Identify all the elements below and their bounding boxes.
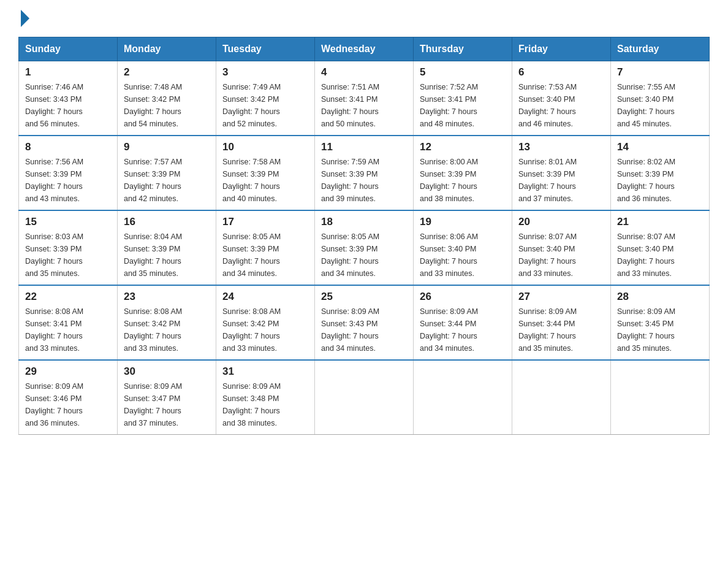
calendar-week-row: 29 Sunrise: 8:09 AMSunset: 3:46 PMDaylig… [19, 360, 710, 435]
day-info: Sunrise: 8:05 AMSunset: 3:39 PMDaylight:… [321, 232, 379, 278]
day-number: 13 [518, 141, 604, 153]
day-number: 23 [124, 291, 210, 303]
day-info: Sunrise: 7:51 AMSunset: 3:41 PMDaylight:… [321, 83, 379, 128]
calendar-cell: 9 Sunrise: 7:57 AMSunset: 3:39 PMDayligh… [118, 136, 216, 210]
day-number: 29 [25, 366, 111, 378]
calendar-cell: 18 Sunrise: 8:05 AMSunset: 3:39 PMDaylig… [315, 210, 414, 285]
day-info: Sunrise: 8:07 AMSunset: 3:40 PMDaylight:… [518, 232, 577, 278]
calendar-cell: 8 Sunrise: 7:56 AMSunset: 3:39 PMDayligh… [19, 136, 118, 210]
day-info: Sunrise: 8:09 AMSunset: 3:45 PMDaylight:… [617, 307, 675, 353]
day-of-week-header: Saturday [611, 37, 710, 61]
calendar-table: SundayMondayTuesdayWednesdayThursdayFrid… [18, 37, 710, 435]
logo-arrow-icon [21, 10, 29, 27]
day-of-week-header: Tuesday [216, 37, 315, 61]
calendar-cell [512, 360, 611, 435]
day-number: 19 [420, 216, 506, 228]
day-number: 7 [617, 66, 703, 79]
day-number: 1 [25, 66, 111, 79]
calendar-cell: 15 Sunrise: 8:03 AMSunset: 3:39 PMDaylig… [19, 210, 118, 285]
day-info: Sunrise: 8:09 AMSunset: 3:44 PMDaylight:… [420, 307, 478, 353]
calendar-cell: 16 Sunrise: 8:04 AMSunset: 3:39 PMDaylig… [118, 210, 216, 285]
day-info: Sunrise: 8:03 AMSunset: 3:39 PMDaylight:… [25, 232, 83, 278]
day-of-week-header: Friday [512, 37, 611, 61]
day-number: 27 [518, 291, 604, 303]
day-number: 20 [518, 216, 604, 228]
day-info: Sunrise: 7:55 AMSunset: 3:40 PMDaylight:… [617, 83, 675, 128]
calendar-cell: 24 Sunrise: 8:08 AMSunset: 3:42 PMDaylig… [216, 285, 315, 360]
day-info: Sunrise: 8:02 AMSunset: 3:39 PMDaylight:… [617, 158, 675, 203]
calendar-cell: 26 Sunrise: 8:09 AMSunset: 3:44 PMDaylig… [414, 285, 512, 360]
day-info: Sunrise: 8:09 AMSunset: 3:48 PMDaylight:… [222, 382, 281, 427]
calendar-cell: 29 Sunrise: 8:09 AMSunset: 3:46 PMDaylig… [19, 360, 118, 435]
logo [18, 12, 29, 25]
day-of-week-header: Monday [118, 37, 216, 61]
day-info: Sunrise: 8:04 AMSunset: 3:39 PMDaylight:… [124, 232, 182, 278]
calendar-cell: 2 Sunrise: 7:48 AMSunset: 3:42 PMDayligh… [118, 61, 216, 136]
calendar-week-row: 8 Sunrise: 7:56 AMSunset: 3:39 PMDayligh… [19, 136, 710, 210]
calendar-cell [414, 360, 512, 435]
day-number: 25 [321, 291, 407, 303]
calendar-cell: 20 Sunrise: 8:07 AMSunset: 3:40 PMDaylig… [512, 210, 611, 285]
calendar-cell: 6 Sunrise: 7:53 AMSunset: 3:40 PMDayligh… [512, 61, 611, 136]
day-info: Sunrise: 8:00 AMSunset: 3:39 PMDaylight:… [420, 158, 478, 203]
calendar-week-row: 1 Sunrise: 7:46 AMSunset: 3:43 PMDayligh… [19, 61, 710, 136]
calendar-cell: 1 Sunrise: 7:46 AMSunset: 3:43 PMDayligh… [19, 61, 118, 136]
day-of-week-header: Thursday [414, 37, 512, 61]
day-info: Sunrise: 7:56 AMSunset: 3:39 PMDaylight:… [25, 158, 83, 203]
calendar-cell: 11 Sunrise: 7:59 AMSunset: 3:39 PMDaylig… [315, 136, 414, 210]
day-number: 28 [617, 291, 703, 303]
calendar-cell: 23 Sunrise: 8:08 AMSunset: 3:42 PMDaylig… [118, 285, 216, 360]
day-info: Sunrise: 8:07 AMSunset: 3:40 PMDaylight:… [617, 232, 675, 278]
day-number: 16 [124, 216, 210, 228]
day-info: Sunrise: 8:09 AMSunset: 3:43 PMDaylight:… [321, 307, 379, 353]
calendar-cell [611, 360, 710, 435]
day-info: Sunrise: 7:52 AMSunset: 3:41 PMDaylight:… [420, 83, 478, 128]
day-info: Sunrise: 7:53 AMSunset: 3:40 PMDaylight:… [518, 83, 577, 128]
day-info: Sunrise: 7:58 AMSunset: 3:39 PMDaylight:… [222, 158, 281, 203]
day-number: 18 [321, 216, 407, 228]
calendar-cell: 30 Sunrise: 8:09 AMSunset: 3:47 PMDaylig… [118, 360, 216, 435]
calendar-cell: 4 Sunrise: 7:51 AMSunset: 3:41 PMDayligh… [315, 61, 414, 136]
calendar-header-row: SundayMondayTuesdayWednesdayThursdayFrid… [19, 37, 710, 61]
day-info: Sunrise: 8:05 AMSunset: 3:39 PMDaylight:… [222, 232, 281, 278]
calendar-cell: 22 Sunrise: 8:08 AMSunset: 3:41 PMDaylig… [19, 285, 118, 360]
day-info: Sunrise: 8:08 AMSunset: 3:41 PMDaylight:… [25, 307, 83, 353]
day-info: Sunrise: 8:08 AMSunset: 3:42 PMDaylight:… [124, 307, 182, 353]
day-number: 14 [617, 141, 703, 153]
calendar-cell: 27 Sunrise: 8:09 AMSunset: 3:44 PMDaylig… [512, 285, 611, 360]
day-info: Sunrise: 8:01 AMSunset: 3:39 PMDaylight:… [518, 158, 577, 203]
day-info: Sunrise: 8:09 AMSunset: 3:47 PMDaylight:… [124, 382, 182, 427]
day-number: 24 [222, 291, 308, 303]
day-number: 9 [124, 141, 210, 153]
day-number: 4 [321, 66, 407, 79]
day-number: 10 [222, 141, 308, 153]
calendar-cell: 13 Sunrise: 8:01 AMSunset: 3:39 PMDaylig… [512, 136, 611, 210]
day-info: Sunrise: 7:48 AMSunset: 3:42 PMDaylight:… [124, 83, 182, 128]
calendar-cell: 3 Sunrise: 7:49 AMSunset: 3:42 PMDayligh… [216, 61, 315, 136]
calendar-week-row: 22 Sunrise: 8:08 AMSunset: 3:41 PMDaylig… [19, 285, 710, 360]
day-number: 26 [420, 291, 506, 303]
day-number: 3 [222, 66, 308, 79]
day-of-week-header: Wednesday [315, 37, 414, 61]
day-number: 2 [124, 66, 210, 79]
calendar-cell: 14 Sunrise: 8:02 AMSunset: 3:39 PMDaylig… [611, 136, 710, 210]
day-info: Sunrise: 7:46 AMSunset: 3:43 PMDaylight:… [25, 83, 83, 128]
calendar-cell: 21 Sunrise: 8:07 AMSunset: 3:40 PMDaylig… [611, 210, 710, 285]
calendar-cell: 7 Sunrise: 7:55 AMSunset: 3:40 PMDayligh… [611, 61, 710, 136]
day-number: 11 [321, 141, 407, 153]
day-number: 22 [25, 291, 111, 303]
calendar-cell: 19 Sunrise: 8:06 AMSunset: 3:40 PMDaylig… [414, 210, 512, 285]
calendar-cell: 17 Sunrise: 8:05 AMSunset: 3:39 PMDaylig… [216, 210, 315, 285]
day-number: 30 [124, 366, 210, 378]
day-number: 15 [25, 216, 111, 228]
calendar-cell: 25 Sunrise: 8:09 AMSunset: 3:43 PMDaylig… [315, 285, 414, 360]
calendar-week-row: 15 Sunrise: 8:03 AMSunset: 3:39 PMDaylig… [19, 210, 710, 285]
day-info: Sunrise: 8:09 AMSunset: 3:46 PMDaylight:… [25, 382, 83, 427]
day-number: 31 [222, 366, 308, 378]
day-number: 8 [25, 141, 111, 153]
calendar-cell: 28 Sunrise: 8:09 AMSunset: 3:45 PMDaylig… [611, 285, 710, 360]
calendar-cell: 31 Sunrise: 8:09 AMSunset: 3:48 PMDaylig… [216, 360, 315, 435]
day-info: Sunrise: 8:06 AMSunset: 3:40 PMDaylight:… [420, 232, 478, 278]
day-number: 21 [617, 216, 703, 228]
day-number: 17 [222, 216, 308, 228]
